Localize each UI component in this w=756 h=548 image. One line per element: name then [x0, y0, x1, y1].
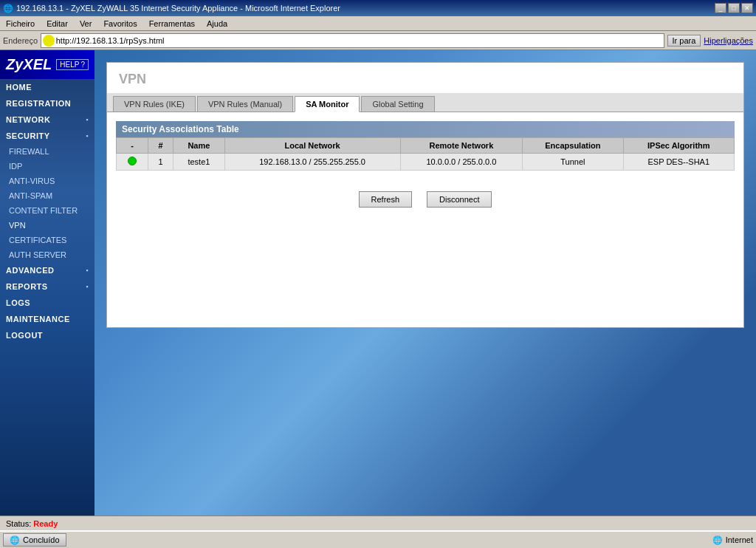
hiperligacoes-link[interactable]: Hiperligações [704, 36, 753, 45]
minimize-button[interactable]: _ [715, 3, 726, 13]
col-encapsulation: Encapsulation [523, 138, 623, 154]
sidebar-item-content-filter[interactable]: CONTENT FILTER [0, 203, 94, 218]
sidebar-item-auth-server[interactable]: AUTH SERVER [0, 247, 94, 262]
sidebar-item-network[interactable]: NETWORK ▪ [0, 112, 94, 128]
sidebar-item-logout[interactable]: LOGOUT [0, 327, 94, 343]
row-name: teste1 [173, 154, 225, 171]
sidebar-item-firewall[interactable]: FIREWALL [0, 144, 94, 159]
main-layout: ZyXEL HELP ? HOME REGISTRATION NETWORK ▪… [0, 50, 756, 516]
sidebar-item-certificates[interactable]: CERTIFICATES [0, 233, 94, 247]
maintenance-label: MAINTENANCE [6, 315, 70, 323]
reports-label: REPORTS [6, 282, 48, 291]
security-label: SECURITY [6, 131, 50, 140]
go-button[interactable]: Ir para [667, 35, 701, 47]
menu-ferramentas[interactable]: Ferramentas [146, 18, 198, 30]
sidebar: ZyXEL HELP ? HOME REGISTRATION NETWORK ▪… [0, 50, 94, 516]
ie-icon: 🌐 [10, 535, 20, 545]
sidebar-item-registration[interactable]: REGISTRATION [0, 95, 94, 112]
internet-label: Internet [726, 535, 753, 544]
tab-sa-monitor[interactable]: SA Monitor [295, 96, 360, 112]
close-button[interactable]: ✕ [741, 3, 753, 13]
row-status [117, 154, 148, 171]
help-button[interactable]: HELP ? [56, 59, 89, 70]
title-bar: 🌐 192.168.13.1 - ZyXEL ZyWALL 35 Interne… [0, 0, 756, 16]
title-bar-left: 🌐 192.168.13.1 - ZyXEL ZyWALL 35 Interne… [3, 4, 340, 13]
help-icon: ? [80, 61, 85, 69]
section-header: Security Associations Table [116, 121, 735, 137]
menu-ver[interactable]: Ver [77, 18, 95, 30]
address-input[interactable] [56, 36, 662, 45]
row-remote-network: 10.0.0.0 / 255.0.0.0 [400, 154, 523, 171]
table-section: Security Associations Table - # Name Loc… [107, 112, 743, 179]
menu-favoritos[interactable]: Favoritos [100, 18, 140, 30]
row-local-network: 192.168.13.0 / 255.255.255.0 [224, 154, 400, 171]
security-expand-icon: ▪ [86, 132, 89, 140]
sidebar-item-anti-virus[interactable]: ANTI-VIRUS [0, 174, 94, 188]
col-local-network: Local Network [224, 138, 400, 154]
network-expand-icon: ▪ [86, 116, 89, 123]
advanced-expand-icon: ▪ [86, 267, 89, 274]
sidebar-item-idp[interactable]: IDP [0, 159, 94, 174]
maximize-button[interactable]: □ [728, 3, 740, 13]
status-dot [128, 157, 137, 165]
title-bar-icon: 🌐 [3, 4, 13, 13]
sidebar-item-advanced[interactable]: ADVANCED ▪ [0, 262, 94, 278]
address-label: Endereço [3, 36, 38, 45]
taskbar-item[interactable]: 🌐 Concluído [3, 533, 66, 547]
address-bar: Endereço Ir para Hiperligações [0, 31, 756, 50]
tab-bar: VPN Rules (IKE) VPN Rules (Manual) SA Mo… [107, 93, 743, 112]
network-label: NETWORK [6, 115, 50, 124]
status-value: Ready [33, 519, 58, 528]
taskbar-item-label: Concluído [23, 535, 60, 544]
zyxel-logo: ZyXEL HELP ? [0, 50, 94, 79]
logs-label: LOGS [6, 298, 30, 307]
sidebar-item-reports[interactable]: REPORTS ▪ [0, 278, 94, 295]
sidebar-item-security[interactable]: SECURITY ▪ [0, 128, 94, 144]
address-input-wrap [41, 33, 664, 48]
home-label: HOME [6, 83, 32, 92]
reports-expand-icon: ▪ [86, 283, 89, 290]
col-remote-network: Remote Network [400, 138, 523, 154]
title-bar-buttons: _ □ ✕ [715, 3, 753, 13]
table-row: 1 teste1 192.168.13.0 / 255.255.255.0 10… [117, 154, 735, 171]
col-ipsec-algorithm: IPSec Algorithm [623, 138, 734, 154]
logout-label: LOGOUT [6, 331, 43, 340]
menu-ajuda[interactable]: Ajuda [204, 18, 230, 30]
address-icon [43, 35, 55, 47]
sidebar-item-home[interactable]: HOME [0, 79, 94, 95]
sidebar-item-vpn[interactable]: VPN [0, 218, 94, 233]
taskbar-right: 🌐 Internet [712, 535, 753, 545]
menu-editar[interactable]: Editar [44, 18, 71, 30]
row-ipsec-algorithm: ESP DES--SHA1 [623, 154, 734, 171]
col-number: # [148, 138, 173, 154]
row-encapsulation: Tunnel [523, 154, 623, 171]
row-number: 1 [148, 154, 173, 171]
menu-ficheiro[interactable]: Ficheiro [3, 18, 38, 30]
tab-global[interactable]: Global Setting [361, 96, 434, 112]
col-status: - [117, 138, 148, 154]
sidebar-item-logs[interactable]: LOGS [0, 295, 94, 311]
registration-label: REGISTRATION [6, 99, 71, 108]
col-name: Name [173, 138, 225, 154]
status-label: Status: [6, 519, 31, 528]
title-bar-text: 192.168.13.1 - ZyXEL ZyWALL 35 Internet … [16, 4, 340, 13]
sa-table: - # Name Local Network Remote Network En… [116, 137, 735, 171]
content-area: VPN VPN Rules (IKE) VPN Rules (Manual) S… [94, 50, 756, 516]
help-label: HELP [60, 61, 79, 69]
menu-bar: Ficheiro Editar Ver Favoritos Ferramenta… [0, 16, 756, 31]
advanced-label: ADVANCED [6, 266, 55, 275]
internet-icon: 🌐 [712, 535, 723, 545]
tab-manual[interactable]: VPN Rules (Manual) [197, 96, 293, 112]
page-panel: VPN VPN Rules (IKE) VPN Rules (Manual) S… [106, 62, 744, 328]
status-bar: Status: Ready [0, 516, 756, 530]
tab-ike[interactable]: VPN Rules (IKE) [113, 96, 196, 112]
disconnect-button[interactable]: Disconnect [427, 191, 492, 208]
taskbar: 🌐 Concluído 🌐 Internet [0, 530, 756, 548]
button-row: Refresh Disconnect [107, 179, 743, 219]
refresh-button[interactable]: Refresh [359, 191, 413, 208]
sidebar-item-maintenance[interactable]: MAINTENANCE [0, 311, 94, 327]
page-title: VPN [107, 63, 743, 93]
zyxel-brand: ZyXEL [6, 56, 52, 73]
sidebar-item-anti-spam[interactable]: ANTI-SPAM [0, 188, 94, 203]
